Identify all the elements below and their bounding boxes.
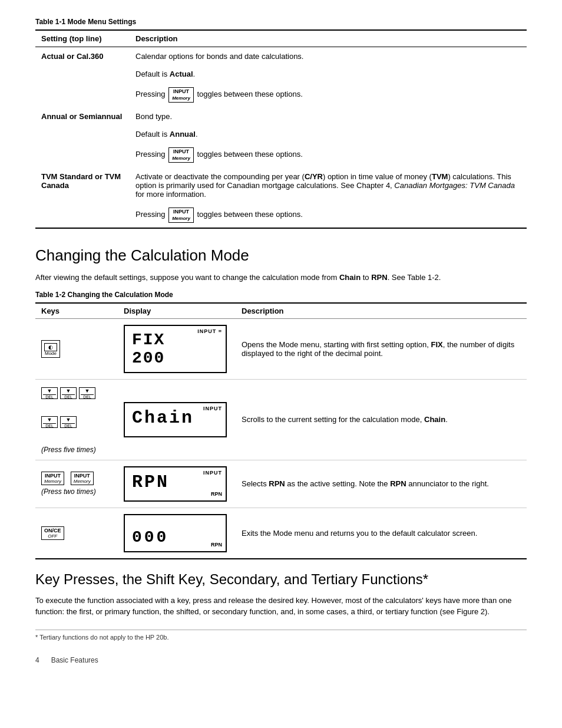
table2-col2-header: Display	[118, 303, 236, 319]
press-five-times: (Press five times)	[41, 446, 112, 454]
table2-row3-display: INPUT RPN RPN	[118, 460, 236, 508]
table-row: TVM Standard or TVM Canada Activate or d…	[35, 167, 527, 228]
table1-row3-desc: Activate or deactivate the compounding p…	[130, 167, 527, 228]
table2-row1-display: INPUT = FIX 200	[118, 318, 236, 379]
table2-row2-desc: Scrolls to the current setting for the c…	[236, 379, 527, 460]
table2-row4-display: RPN 000	[118, 508, 236, 559]
table1-row2-setting: Annual or Semiannual	[35, 107, 130, 167]
page-footer: 4 Basic Features	[35, 653, 527, 664]
mode-key-inner: ◐	[44, 343, 57, 351]
table1-col1-header: Setting (top line)	[35, 30, 130, 47]
display-fix-label: INPUT =	[197, 328, 222, 334]
del-key-5: ▼DEL	[60, 416, 77, 428]
table1-col2-header: Description	[130, 30, 527, 47]
table1-row1-setting: Actual or Cal.360	[35, 47, 130, 108]
table2-col3-header: Description	[236, 303, 527, 319]
display-rpn-tag: RPN	[211, 491, 222, 497]
press-two-times: (Press two times)	[41, 487, 112, 496]
table-row: ON/CEOFF RPN 000 Exits the Mode menu and…	[35, 508, 527, 559]
table1-row1-desc: Calendar options for bonds and date calc…	[130, 47, 527, 108]
del-keys-row2: ▼DEL ▼DEL	[41, 416, 78, 443]
del-key-2: ▼DEL	[60, 387, 77, 399]
table2-row4-keys: ON/CEOFF	[35, 508, 118, 559]
page-label: Basic Features	[51, 656, 98, 664]
table-row: ◐ Mode INPUT = FIX 200 Opens the Mode me…	[35, 318, 527, 379]
mode-key: ◐ Mode	[41, 340, 60, 358]
table2-row2-display: INPUT Chain	[118, 379, 236, 460]
display-fix-sub: 200	[132, 349, 219, 367]
table2-row3-desc: Selects RPN as the active setting. Note …	[236, 460, 527, 508]
footnote: * Tertiary functions do not apply to the…	[35, 630, 527, 641]
section1-heading: Changing the Calculation Mode	[35, 246, 527, 265]
input-keys-group: INPUTMemory INPUTMemory	[41, 472, 112, 485]
table1-caption: Table 1-1 Mode Menu Settings	[35, 18, 527, 26]
del-key-1: ▼DEL	[41, 387, 58, 399]
table-row: ▼DEL ▼DEL ▼DEL ▼DEL ▼DEL (Press five tim…	[35, 379, 527, 460]
table-row: INPUTMemory INPUTMemory (Press two times…	[35, 460, 527, 508]
display-chain: INPUT Chain	[124, 402, 227, 437]
input-key-2: INPUTMemory	[71, 472, 94, 485]
display-rpn-label: INPUT	[203, 470, 222, 476]
mode-key-label: Mode	[44, 351, 57, 356]
table2-col1-header: Keys	[35, 303, 118, 319]
display-zeros: RPN 000	[124, 514, 227, 552]
table-row: Annual or Semiannual Bond type. Default …	[35, 107, 527, 167]
display-fix: INPUT = FIX 200	[124, 325, 227, 373]
table2-row4-desc: Exits the Mode menu and returns you to t…	[236, 508, 527, 559]
table2-row1-keys: ◐ Mode	[35, 318, 118, 379]
del-keys-row1: ▼DEL ▼DEL ▼DEL	[41, 387, 97, 414]
display-rpn: INPUT RPN RPN	[124, 466, 227, 502]
display-zeros-rpn: RPN	[211, 542, 222, 548]
input-key-1: INPUTMemory	[41, 472, 64, 485]
del-key-4: ▼DEL	[41, 416, 58, 428]
table2-row1-desc: Opens the Mode menu, starting with first…	[236, 318, 527, 379]
table1: Setting (top line) Description Actual or…	[35, 29, 527, 229]
once-key: ON/CEOFF	[41, 526, 64, 540]
display-zeros-main: 000	[132, 528, 219, 546]
display-chain-label: INPUT	[203, 406, 222, 411]
table2-row3-keys: INPUTMemory INPUTMemory (Press two times…	[35, 460, 118, 508]
input-memory-key1: INPUTMemory	[168, 87, 194, 103]
section2-para: To execute the function associated with …	[35, 595, 527, 618]
section1-para: After viewing the default settings, supp…	[35, 272, 527, 284]
table1-row3-setting: TVM Standard or TVM Canada	[35, 167, 130, 228]
del-key-3: ▼DEL	[79, 387, 95, 399]
page-number: 4	[35, 656, 39, 664]
del-keys-group: ▼DEL ▼DEL ▼DEL ▼DEL ▼DEL	[41, 386, 112, 443]
table1-row2-desc: Bond type. Default is Annual. Pressing I…	[130, 107, 527, 167]
table2: Keys Display Description ◐ Mode INPUT = …	[35, 302, 527, 559]
input-memory-key3: INPUTMemory	[168, 207, 194, 223]
table-row: Actual or Cal.360 Calendar options for b…	[35, 47, 527, 108]
table2-row2-keys: ▼DEL ▼DEL ▼DEL ▼DEL ▼DEL (Press five tim…	[35, 379, 118, 460]
section2-heading: Key Presses, the Shift Key, Secondary, a…	[35, 571, 527, 588]
table2-caption: Table 1-2 Changing the Calculation Mode	[35, 291, 527, 299]
input-memory-key2: INPUTMemory	[168, 147, 194, 163]
